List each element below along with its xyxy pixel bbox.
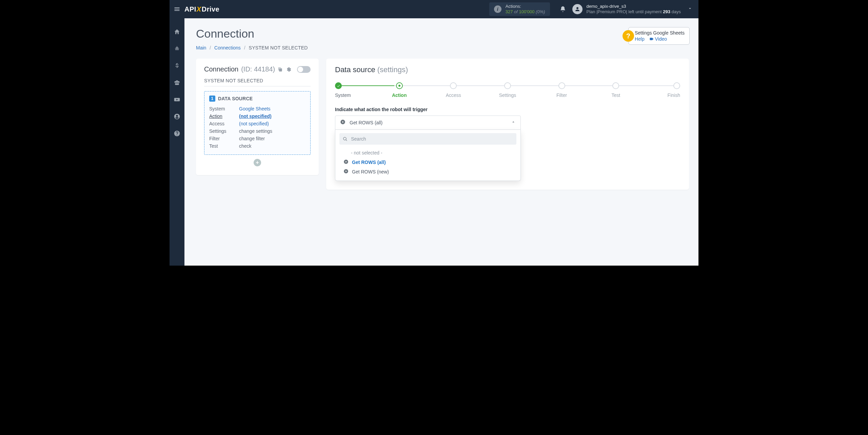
step-access[interactable]: Access — [443, 82, 463, 98]
step-label: Finish — [668, 92, 680, 98]
action-prompt: Indicate what action the robot will trig… — [335, 107, 680, 112]
sidebar-item-connections[interactable] — [172, 45, 182, 53]
help-link[interactable]: Help — [635, 36, 645, 42]
video-icon — [649, 37, 654, 41]
plus-icon: + — [256, 160, 259, 166]
copy-button[interactable] — [278, 67, 283, 72]
step-circle-done — [335, 82, 342, 89]
step-system[interactable]: System — [335, 82, 355, 98]
logo-text-x: X — [197, 5, 201, 13]
settings-button[interactable] — [286, 67, 291, 72]
actions-used: 327 — [506, 9, 513, 14]
stepper: System Action Access Settings Filter Tes… — [335, 82, 680, 98]
ds-v-access[interactable]: (not specified) — [239, 120, 269, 127]
ds-k-test: Test — [209, 142, 236, 150]
help-badge[interactable]: ? — [623, 30, 634, 42]
ds-v-system[interactable]: Google Sheets — [239, 105, 271, 112]
user-plan: Plan |Premium PRO| left until payment 29… — [587, 9, 681, 15]
menu-button[interactable] — [170, 0, 184, 18]
search-icon — [343, 137, 348, 142]
sidebar-item-videos[interactable] — [172, 96, 182, 104]
connection-head: Connection (ID: 44184) — [204, 65, 311, 73]
notifications-button[interactable] — [556, 6, 570, 13]
step-filter[interactable]: Filter — [552, 82, 572, 98]
sidebar-item-account[interactable] — [172, 112, 182, 121]
ds-v-test[interactable]: check — [239, 142, 252, 150]
action-search[interactable] — [339, 133, 516, 145]
page-title: Connection — [196, 27, 687, 40]
step-settings[interactable]: Settings — [497, 82, 518, 98]
user-name: demo_apix-drive_s3 — [587, 4, 681, 9]
sidebar-item-work[interactable] — [172, 79, 182, 87]
actions-pct: (0%) — [536, 9, 545, 14]
actions-label: Actions: — [506, 4, 545, 9]
user-menu-toggle[interactable] — [688, 6, 692, 12]
user-icon — [574, 6, 580, 12]
ds-v-settings[interactable]: change settings — [239, 127, 272, 135]
ds-badge: 1 — [209, 96, 215, 102]
hamburger-icon — [174, 6, 180, 13]
step-test[interactable]: Test — [606, 82, 626, 98]
sidebar-item-help[interactable] — [172, 129, 182, 138]
sidebar-item-pricing[interactable] — [172, 62, 182, 70]
chevron-down-icon — [688, 6, 692, 11]
add-step-button[interactable]: + — [254, 159, 261, 166]
step-label: Filter — [556, 92, 567, 98]
logo[interactable]: API X Drive — [184, 5, 219, 13]
ds-v-action[interactable]: (not specified) — [239, 112, 272, 120]
crumb-main[interactable]: Main — [196, 45, 206, 50]
help-title: Settings Google Sheets — [635, 30, 685, 36]
action-search-input[interactable] — [350, 136, 513, 142]
step-circle-active — [396, 82, 403, 89]
step-finish[interactable]: Finish — [660, 82, 680, 98]
step-action[interactable]: Action — [389, 82, 410, 98]
question-circle-icon — [174, 130, 180, 137]
ds-title-main: Data source — [335, 65, 375, 74]
crumb-connections[interactable]: Connections — [214, 45, 241, 50]
ds-v-filter[interactable]: change filter — [239, 135, 265, 142]
check-icon — [337, 84, 340, 88]
data-source-box[interactable]: 1 DATA SOURCE SystemGoogle Sheets Action… — [204, 91, 311, 155]
briefcase-icon — [174, 79, 180, 86]
ds-k-action: Action — [209, 112, 236, 120]
dollar-icon — [174, 62, 180, 69]
action-select: Get ROWS (all) - not selected - Ge — [335, 116, 521, 181]
opt-get-rows-all[interactable]: Get ROWS (all) — [339, 158, 516, 167]
action-selected: Get ROWS (all) — [350, 120, 382, 125]
top-bar: API X Drive i Actions: 327 of 100'000 (0… — [170, 0, 698, 18]
ds-title-sub: (settings) — [377, 65, 408, 74]
avatar[interactable] — [572, 4, 583, 14]
ds-k-filter: Filter — [209, 135, 236, 142]
help-card: ? Settings Google Sheets Help Video — [628, 27, 690, 45]
action-select-toggle[interactable]: Get ROWS (all) — [335, 116, 521, 130]
play-icon — [343, 169, 349, 175]
logo-text-drive: Drive — [202, 5, 220, 13]
action-dropdown: - not selected - Get ROWS (all) Get ROWS… — [335, 130, 521, 181]
info-icon: i — [494, 5, 501, 13]
connection-toggle[interactable] — [297, 66, 311, 73]
ds-title: DATA SOURCE — [218, 96, 253, 101]
step-label: Test — [611, 92, 620, 98]
breadcrumb: Main / Connections / SYSTEM NOT SELECTED — [196, 45, 687, 50]
crumb-last: SYSTEM NOT SELECTED — [249, 45, 308, 50]
connection-sub: SYSTEM NOT SELECTED — [204, 78, 311, 86]
play-icon — [343, 159, 349, 165]
actions-pill[interactable]: i Actions: 327 of 100'000 (0%) — [489, 2, 550, 16]
connection-card: Connection (ID: 44184) SYSTEM NOT SELECT… — [196, 59, 319, 175]
opt-not-selected[interactable]: - not selected - — [339, 148, 516, 158]
ds-title-row: Data source (settings) — [335, 65, 680, 74]
connection-id: (ID: 44184) — [241, 65, 275, 73]
sidebar-item-home[interactable] — [172, 28, 182, 36]
sitemap-icon — [174, 45, 180, 52]
opt-get-rows-new[interactable]: Get ROWS (new) — [339, 167, 516, 177]
page-head: Connection Main / Connections / SYSTEM N… — [184, 18, 698, 50]
copy-icon — [278, 67, 283, 72]
actions-text: Actions: 327 of 100'000 (0%) — [506, 4, 545, 15]
sidebar — [170, 18, 184, 266]
youtube-icon — [174, 96, 180, 103]
connection-head-label: Connection — [204, 65, 238, 73]
logo-text-api: API — [184, 5, 196, 13]
video-link[interactable]: Video — [649, 36, 667, 42]
data-source-card: Data source (settings) System Action Acc… — [326, 59, 689, 190]
user-box[interactable]: demo_apix-drive_s3 Plan |Premium PRO| le… — [587, 4, 681, 15]
